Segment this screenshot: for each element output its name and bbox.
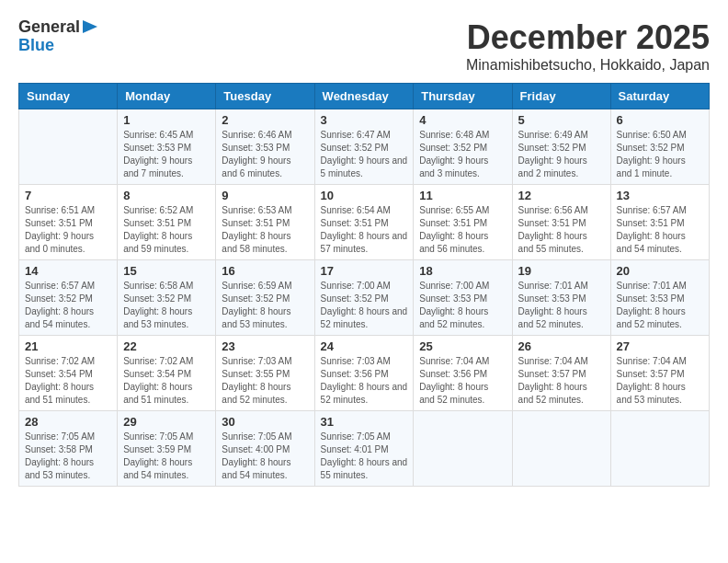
header-day-monday: Monday: [118, 84, 216, 109]
day-info: Sunrise: 6:45 AM Sunset: 3:53 PM Dayligh…: [123, 129, 210, 180]
header-day-thursday: Thursday: [414, 84, 512, 109]
calendar-cell: 19 Sunrise: 7:01 AM Sunset: 3:53 PM Dayl…: [512, 260, 610, 336]
day-number: 2: [222, 113, 308, 127]
day-info: Sunrise: 6:55 AM Sunset: 3:51 PM Dayligh…: [419, 204, 506, 256]
day-info: Sunrise: 7:02 AM Sunset: 3:54 PM Dayligh…: [25, 355, 111, 407]
day-info: Sunrise: 7:02 AM Sunset: 3:54 PM Dayligh…: [123, 355, 210, 407]
calendar-cell: 27 Sunrise: 7:04 AM Sunset: 3:57 PM Dayl…: [610, 336, 709, 411]
day-info: Sunrise: 7:04 AM Sunset: 3:57 PM Dayligh…: [617, 355, 703, 407]
day-number: 24: [321, 339, 408, 353]
calendar-cell: 23 Sunrise: 7:03 AM Sunset: 3:55 PM Dayl…: [216, 336, 314, 411]
calendar-cell: 17 Sunrise: 7:00 AM Sunset: 3:52 PM Dayl…: [314, 260, 414, 336]
day-info: Sunrise: 7:03 AM Sunset: 3:56 PM Dayligh…: [321, 355, 408, 407]
calendar-cell: 8 Sunrise: 6:52 AM Sunset: 3:51 PM Dayli…: [118, 185, 216, 260]
calendar-cell: 2 Sunrise: 6:46 AM Sunset: 3:53 PM Dayli…: [216, 109, 314, 185]
calendar-week-5: 28 Sunrise: 7:05 AM Sunset: 3:58 PM Dayl…: [19, 411, 710, 487]
calendar-week-2: 7 Sunrise: 6:51 AM Sunset: 3:51 PM Dayli…: [19, 185, 710, 260]
calendar-cell: 26 Sunrise: 7:04 AM Sunset: 3:57 PM Dayl…: [512, 336, 610, 411]
calendar-cell: 6 Sunrise: 6:50 AM Sunset: 3:52 PM Dayli…: [610, 109, 709, 185]
day-info: Sunrise: 6:49 AM Sunset: 3:52 PM Dayligh…: [518, 129, 605, 180]
logo: General Blue: [18, 18, 97, 55]
calendar-cell: 14 Sunrise: 6:57 AM Sunset: 3:52 PM Dayl…: [19, 260, 118, 336]
day-info: Sunrise: 6:57 AM Sunset: 3:51 PM Dayligh…: [617, 204, 703, 256]
day-info: Sunrise: 7:00 AM Sunset: 3:53 PM Dayligh…: [419, 280, 506, 331]
calendar-cell: 29 Sunrise: 7:05 AM Sunset: 3:59 PM Dayl…: [118, 411, 216, 487]
day-info: Sunrise: 7:03 AM Sunset: 3:55 PM Dayligh…: [222, 355, 308, 407]
day-number: 19: [518, 264, 605, 278]
day-number: 12: [518, 189, 605, 202]
day-info: Sunrise: 7:05 AM Sunset: 3:59 PM Dayligh…: [123, 431, 210, 482]
day-number: 13: [617, 189, 703, 202]
day-number: 30: [222, 415, 308, 429]
day-info: Sunrise: 7:00 AM Sunset: 3:52 PM Dayligh…: [321, 280, 408, 331]
logo-general: General: [18, 18, 80, 37]
calendar-cell: [19, 109, 118, 185]
logo-blue: Blue: [18, 37, 54, 55]
day-number: 21: [25, 339, 111, 353]
day-info: Sunrise: 6:52 AM Sunset: 3:51 PM Dayligh…: [123, 204, 210, 256]
day-info: Sunrise: 6:53 AM Sunset: 3:51 PM Dayligh…: [222, 204, 308, 256]
day-number: 26: [518, 339, 605, 353]
day-number: 14: [25, 264, 111, 278]
day-number: 5: [518, 113, 605, 127]
day-info: Sunrise: 6:50 AM Sunset: 3:52 PM Dayligh…: [617, 129, 703, 180]
logo-arrow-icon: [83, 20, 97, 33]
day-info: Sunrise: 6:58 AM Sunset: 3:52 PM Dayligh…: [123, 280, 210, 331]
calendar-cell: 28 Sunrise: 7:05 AM Sunset: 3:58 PM Dayl…: [19, 411, 118, 487]
day-info: Sunrise: 6:59 AM Sunset: 3:52 PM Dayligh…: [222, 280, 308, 331]
day-info: Sunrise: 7:05 AM Sunset: 3:58 PM Dayligh…: [25, 431, 111, 482]
day-info: Sunrise: 6:56 AM Sunset: 3:51 PM Dayligh…: [518, 204, 605, 256]
day-number: 27: [617, 339, 703, 353]
day-number: 23: [222, 339, 308, 353]
day-info: Sunrise: 6:48 AM Sunset: 3:52 PM Dayligh…: [419, 129, 506, 180]
calendar-cell: 30 Sunrise: 7:05 AM Sunset: 4:00 PM Dayl…: [216, 411, 314, 487]
calendar-cell: 18 Sunrise: 7:00 AM Sunset: 3:53 PM Dayl…: [414, 260, 512, 336]
header-day-tuesday: Tuesday: [216, 84, 314, 109]
day-info: Sunrise: 6:51 AM Sunset: 3:51 PM Dayligh…: [25, 204, 111, 256]
day-number: 10: [321, 189, 408, 202]
page-title: December 2025: [466, 18, 710, 57]
day-info: Sunrise: 7:05 AM Sunset: 4:00 PM Dayligh…: [222, 431, 308, 482]
day-number: 18: [419, 264, 506, 278]
day-number: 8: [123, 189, 210, 202]
day-number: 31: [321, 415, 408, 429]
day-number: 28: [25, 415, 111, 429]
calendar-cell: 10 Sunrise: 6:54 AM Sunset: 3:51 PM Dayl…: [314, 185, 414, 260]
calendar-cell: 20 Sunrise: 7:01 AM Sunset: 3:53 PM Dayl…: [610, 260, 709, 336]
calendar-cell: 1 Sunrise: 6:45 AM Sunset: 3:53 PM Dayli…: [118, 109, 216, 185]
day-number: 20: [617, 264, 703, 278]
calendar-week-4: 21 Sunrise: 7:02 AM Sunset: 3:54 PM Dayl…: [19, 336, 710, 411]
calendar-cell: 21 Sunrise: 7:02 AM Sunset: 3:54 PM Dayl…: [19, 336, 118, 411]
day-number: 4: [419, 113, 506, 127]
day-number: 9: [222, 189, 308, 202]
day-info: Sunrise: 7:04 AM Sunset: 3:57 PM Dayligh…: [518, 355, 605, 407]
calendar-cell: 12 Sunrise: 6:56 AM Sunset: 3:51 PM Dayl…: [512, 185, 610, 260]
calendar-table: SundayMondayTuesdayWednesdayThursdayFrid…: [18, 83, 710, 487]
day-info: Sunrise: 6:57 AM Sunset: 3:52 PM Dayligh…: [25, 280, 111, 331]
header-day-sunday: Sunday: [19, 84, 118, 109]
calendar-cell: 15 Sunrise: 6:58 AM Sunset: 3:52 PM Dayl…: [118, 260, 216, 336]
day-info: Sunrise: 6:54 AM Sunset: 3:51 PM Dayligh…: [321, 204, 408, 256]
calendar-week-1: 1 Sunrise: 6:45 AM Sunset: 3:53 PM Dayli…: [19, 109, 710, 185]
day-number: 22: [123, 339, 210, 353]
day-number: 15: [123, 264, 210, 278]
calendar-cell: [610, 411, 709, 487]
day-number: 6: [617, 113, 703, 127]
calendar-cell: 24 Sunrise: 7:03 AM Sunset: 3:56 PM Dayl…: [314, 336, 414, 411]
calendar-header-row: SundayMondayTuesdayWednesdayThursdayFrid…: [19, 84, 710, 109]
calendar-cell: 3 Sunrise: 6:47 AM Sunset: 3:52 PM Dayli…: [314, 109, 414, 185]
day-info: Sunrise: 7:05 AM Sunset: 4:01 PM Dayligh…: [321, 431, 408, 482]
day-info: Sunrise: 7:04 AM Sunset: 3:56 PM Dayligh…: [419, 355, 506, 407]
day-number: 29: [123, 415, 210, 429]
calendar-cell: 16 Sunrise: 6:59 AM Sunset: 3:52 PM Dayl…: [216, 260, 314, 336]
title-block: December 2025 Minamishibetsucho, Hokkaid…: [466, 18, 710, 74]
calendar-cell: 4 Sunrise: 6:48 AM Sunset: 3:52 PM Dayli…: [414, 109, 512, 185]
day-info: Sunrise: 7:01 AM Sunset: 3:53 PM Dayligh…: [617, 280, 703, 331]
header-day-wednesday: Wednesday: [314, 84, 414, 109]
day-info: Sunrise: 6:46 AM Sunset: 3:53 PM Dayligh…: [222, 129, 308, 180]
page-subtitle: Minamishibetsucho, Hokkaido, Japan: [466, 57, 710, 74]
day-number: 1: [123, 113, 210, 127]
calendar-cell: 5 Sunrise: 6:49 AM Sunset: 3:52 PM Dayli…: [512, 109, 610, 185]
calendar-cell: 13 Sunrise: 6:57 AM Sunset: 3:51 PM Dayl…: [610, 185, 709, 260]
calendar-cell: 11 Sunrise: 6:55 AM Sunset: 3:51 PM Dayl…: [414, 185, 512, 260]
